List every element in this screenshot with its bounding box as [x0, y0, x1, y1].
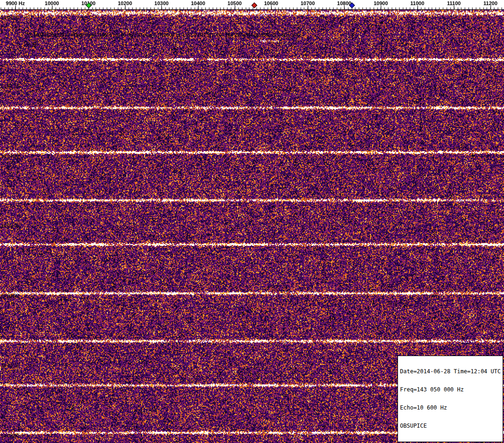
info-line-echo: Echo=10 600 Hz — [400, 405, 501, 411]
ruler-tick-label: 11000 — [411, 0, 424, 6]
ruler-tick-label: 11100 — [447, 0, 461, 6]
ruler-major-tick — [125, 6, 126, 9]
time-label: 14:04:30 — [1, 15, 19, 20]
info-line-date: Date=2014-06-28 Time=12:04 UTC — [400, 369, 501, 375]
ruler-major-tick — [198, 6, 199, 9]
frequency-ruler[interactable]: 9900 Hz100001010010200103001040010500106… — [0, 0, 504, 10]
ruler-major-tick — [344, 6, 345, 9]
ruler-tick-label: 10400 — [191, 0, 206, 6]
ruler-tick-label: 10500 — [227, 0, 242, 6]
ruler-major-tick — [15, 6, 16, 9]
time-label: 14:03:45 — [1, 224, 19, 229]
waterfall-area[interactable]: -100 dB -50 0 Date=2014-06-28 Time=12:04… — [0, 10, 504, 443]
ruler-major-tick — [454, 6, 454, 9]
ruler-tick-label: 11200 — [484, 0, 497, 6]
time-label: 14:04:00 — [1, 154, 19, 159]
ruler-major-tick — [52, 6, 53, 9]
time-label: 14:03:30 — [1, 293, 19, 298]
ruler-tick-label: 9900 Hz — [6, 0, 25, 6]
info-line-station: OBSUPICE — [400, 423, 501, 429]
ruler-major-tick — [308, 6, 308, 9]
info-line-freq: Freq=143 050 000 Hz — [400, 387, 501, 393]
time-label: 14:03:15 — [1, 363, 19, 368]
ruler-major-tick — [381, 6, 381, 9]
ruler-major-tick — [235, 6, 235, 9]
info-box: Date=2014-06-28 Time=12:04 UTC Freq=143 … — [398, 356, 503, 442]
ruler-tick-label: 10300 — [154, 0, 169, 6]
detection-annotation: 20140628120423916 hCnt5 nb-84 f10605 hit… — [26, 33, 299, 38]
ruler-major-tick — [271, 6, 272, 9]
ruler-major-tick — [491, 6, 491, 9]
ruler-major-tick — [418, 6, 418, 9]
ruler-tick-label: 10200 — [118, 0, 133, 6]
ruler-minor-ticks — [0, 7, 504, 9]
ruler-tick-label: 10000 — [45, 0, 59, 6]
ruler-major-tick — [161, 6, 162, 9]
ruler-tick-label: 10900 — [374, 0, 388, 6]
detection-annotation: ^t+23 — [26, 43, 37, 48]
time-label: 14:04:15 — [1, 84, 19, 89]
spectrogram-window: 9900 Hz100001010010200103001040010500106… — [0, 0, 504, 443]
ruler-tick-label: 10600 — [264, 0, 279, 6]
ruler-tick-label: 10700 — [301, 0, 315, 6]
time-label: 14:03:00 — [1, 433, 19, 438]
